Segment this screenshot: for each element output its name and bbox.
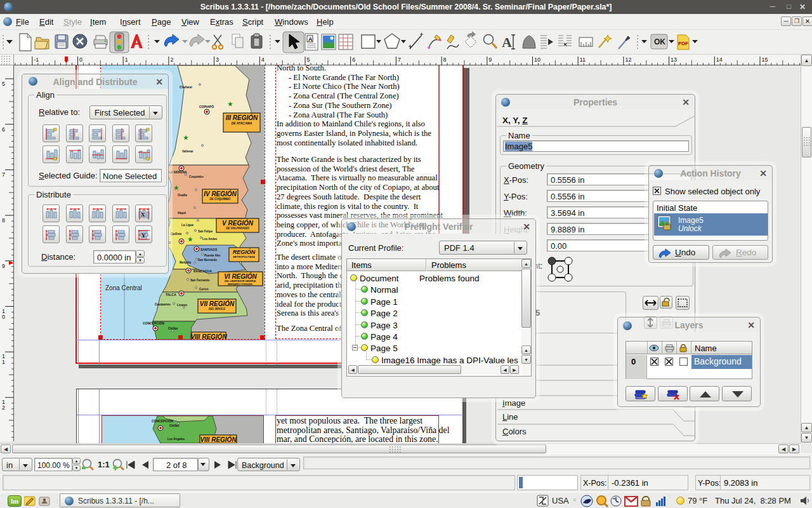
svg-text:0: 0 bbox=[2, 314, 5, 320]
svg-text:11: 11 bbox=[580, 57, 586, 63]
svg-text:7: 7 bbox=[398, 57, 401, 63]
svg-text:5: 5 bbox=[307, 57, 310, 63]
svg-text:3: 3 bbox=[216, 57, 219, 63]
svg-text:1:1: 1:1 bbox=[98, 460, 110, 469]
svg-text:PDF: PDF bbox=[678, 41, 688, 46]
svg-text:-1: -1 bbox=[34, 57, 39, 63]
svg-text:6: 6 bbox=[2, 126, 5, 133]
svg-text:14: 14 bbox=[716, 57, 723, 63]
svg-text:0: 0 bbox=[79, 57, 82, 63]
svg-text:7: 7 bbox=[2, 171, 5, 178]
svg-text:A: A bbox=[308, 36, 313, 43]
svg-text:2: 2 bbox=[170, 57, 173, 63]
svg-text:5: 5 bbox=[2, 81, 5, 87]
svg-text:OK: OK bbox=[654, 37, 665, 46]
svg-text:8: 8 bbox=[443, 57, 447, 63]
svg-text:9: 9 bbox=[488, 57, 492, 63]
svg-text:15: 15 bbox=[762, 57, 768, 63]
svg-text:13: 13 bbox=[671, 57, 677, 63]
svg-text:2: 2 bbox=[2, 404, 5, 411]
svg-text:6: 6 bbox=[352, 57, 355, 63]
svg-text:1: 1 bbox=[125, 57, 128, 63]
svg-text:4: 4 bbox=[261, 57, 265, 63]
svg-text:8: 8 bbox=[2, 217, 5, 224]
svg-text:1: 1 bbox=[2, 359, 5, 365]
svg-text:9: 9 bbox=[2, 263, 5, 269]
svg-text:A: A bbox=[502, 34, 512, 50]
svg-text:12: 12 bbox=[625, 57, 631, 63]
svg-text:10: 10 bbox=[534, 57, 540, 63]
